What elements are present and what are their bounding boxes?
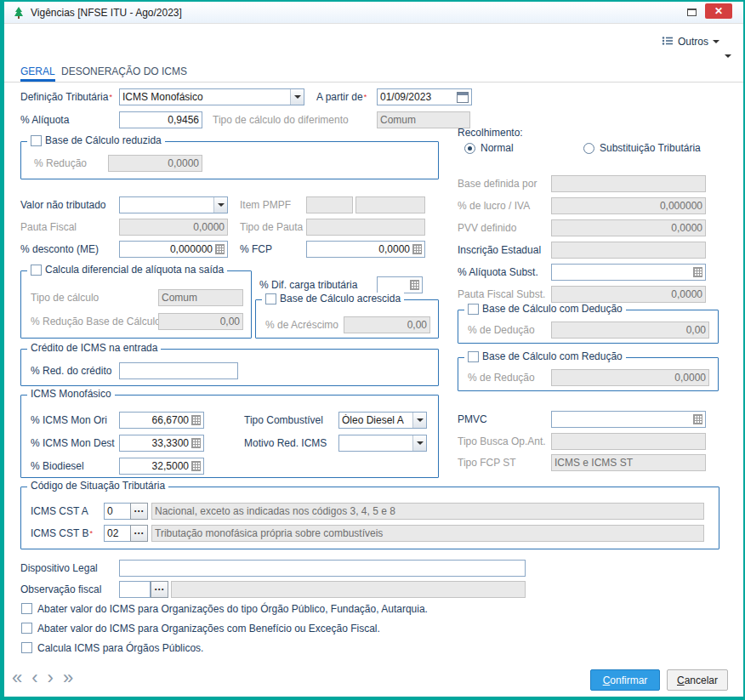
tab-geral[interactable]: GERAL [20, 64, 55, 82]
dif-carga-tributaria-input[interactable] [377, 276, 423, 293]
a-partir-de-date-input[interactable]: 01/09/2023 [377, 88, 472, 105]
observacao-fiscal-text [171, 581, 526, 598]
valor-nao-tributado-select[interactable] [119, 196, 228, 213]
radio-icon[interactable] [583, 143, 594, 154]
icms-mon-ori-input[interactable]: 66,6700 [119, 412, 204, 429]
dropdown-button[interactable] [412, 413, 426, 428]
dropdown-button[interactable] [290, 89, 304, 105]
tab-desoneracao-icms[interactable]: DESONERAÇÃO DO ICMS [61, 64, 187, 82]
observacao-fiscal-input[interactable] [119, 581, 151, 598]
icms-cst-a-input[interactable]: 0 [104, 503, 131, 520]
tipo-combustivel-label: Tipo Combustível [244, 412, 323, 429]
next-record-icon[interactable]: › [48, 667, 54, 689]
base-calculo-reduzida-checkbox[interactable] [31, 135, 42, 146]
icms-mon-dest-label: % ICMS Mon Dest [31, 435, 115, 452]
tipo-fcp-st-input: ICMS e ICMS ST [551, 454, 706, 471]
abater-beneficio-checkbox[interactable] [21, 623, 32, 634]
tipo-busca-label: Tipo Busca Op.Ant. [458, 433, 546, 450]
dropdown-button[interactable] [412, 435, 426, 451]
reducao-label: % Redução [34, 155, 87, 172]
dif-carga-tributaria-label: % Dif. carga tributária [259, 276, 357, 293]
lucro-iva-label: % de lucro / IVA [458, 197, 530, 214]
calendar-icon[interactable] [457, 92, 469, 103]
icms-cst-a-lookup-button[interactable]: ··· [130, 503, 148, 520]
cancelar-button[interactable]: Cancelar [667, 669, 728, 691]
collapse-panel-icon[interactable] [725, 54, 731, 58]
recolhimento-normal-label: Normal [481, 142, 514, 154]
icms-cst-b-input[interactable]: 02 [104, 525, 131, 542]
icms-mon-ori-label: % ICMS Mon Ori [31, 412, 107, 429]
fcp-input[interactable]: 0,0000 [306, 241, 425, 258]
base-definida-label: Base definida por [458, 175, 537, 192]
recolhimento-label: Recolhimento: [458, 124, 523, 141]
pauta-fiscal-subst-input: 0,0000 [551, 286, 706, 303]
window-border-bottom [0, 697, 745, 700]
calculator-icon[interactable] [191, 415, 201, 425]
observacao-fiscal-label: Observação fiscal [20, 581, 101, 598]
ellipsis-icon: ··· [134, 505, 145, 517]
lucro-iva-input: 0,000000 [551, 197, 706, 214]
outros-label: Outros [678, 36, 708, 48]
group-title: Código de Situação Tributária [31, 480, 165, 492]
required-marker: * [109, 93, 112, 101]
dispositivo-legal-input[interactable] [119, 560, 526, 577]
group-title: ICMS Monofásico [31, 388, 111, 401]
abater-orgao-publico-checkbox[interactable] [21, 603, 32, 614]
calculator-icon[interactable] [410, 280, 419, 290]
calculator-icon[interactable] [412, 244, 422, 254]
calculator-icon[interactable] [215, 244, 225, 254]
base-calculo-deducao-checkbox[interactable] [468, 304, 479, 315]
calcula-orgaos-publicos-label: Calcula ICMS para Órgãos Públicos. [37, 640, 203, 657]
first-record-icon[interactable]: « [12, 667, 22, 689]
required-marker: * [89, 529, 93, 538]
close-button[interactable]: ✕ [705, 3, 732, 19]
last-record-icon[interactable]: » [63, 667, 73, 689]
observacao-fiscal-lookup-button[interactable]: ··· [151, 581, 168, 598]
group-title: Base de Cálculo acrescida [280, 293, 401, 305]
recolhimento-substituicao-option[interactable]: Substituição Tributária [583, 142, 701, 154]
reducao-base-calculo-label: % Redução Base de Cálculo [31, 313, 161, 330]
fcp-label: % FCP [240, 241, 272, 258]
previous-record-icon[interactable]: ‹ [31, 667, 37, 689]
titlebar: Vigências [NFSE ITU - Ago/2023] [4, 2, 743, 24]
ellipsis-icon: ··· [134, 527, 145, 539]
abater-orgao-publico-label: Abater valor do ICMS para Organizações d… [37, 600, 428, 617]
pmvc-label: PMVC [458, 411, 487, 428]
recolhimento-normal-option[interactable]: Normal [464, 142, 514, 154]
tipo-de-pauta-label: Tipo de Pauta [240, 219, 303, 236]
aliquota-input[interactable]: 0,9456 [119, 111, 202, 128]
group-title: Base de Cálculo com Redução [482, 350, 623, 363]
calcula-orgaos-publicos-checkbox[interactable] [21, 642, 32, 653]
tipo-combustivel-select[interactable]: Óleo Diesel A [338, 412, 427, 429]
tabs-separator [4, 82, 743, 83]
radio-selected-icon[interactable] [464, 143, 475, 154]
diferencial-aliquota-checkbox[interactable] [31, 265, 42, 276]
base-calculo-reducao-checkbox[interactable] [468, 351, 479, 362]
aliquota-subst-input[interactable] [551, 264, 706, 281]
outros-button[interactable]: Outros [662, 33, 719, 50]
chevron-down-icon [417, 418, 424, 422]
recolhimento-substituicao-label: Substituição Tributária [600, 142, 701, 154]
calculator-icon[interactable] [693, 267, 702, 277]
calculator-icon[interactable] [191, 461, 201, 471]
desconto-me-input[interactable]: 0,000000 [119, 241, 228, 258]
confirmar-button[interactable]: Confirmar [590, 669, 660, 691]
icms-mon-dest-input[interactable]: 33,3300 [119, 435, 204, 452]
pauta-fiscal-subst-label: Pauta Fiscal Subst. [458, 286, 545, 303]
pmvc-input[interactable] [551, 411, 706, 428]
maximize-icon[interactable] [687, 9, 697, 16]
chevron-down-icon [218, 203, 225, 207]
base-calculo-acrescida-checkbox[interactable] [265, 293, 276, 304]
red-credito-input[interactable] [119, 362, 238, 379]
reducao2-label: % de Redução [468, 369, 535, 386]
aliquota-label: % Alíquota [20, 111, 69, 128]
calculator-icon[interactable] [191, 438, 201, 448]
tipo-de-pauta-input [306, 219, 425, 236]
definicao-tributaria-label: Definição Tributária* [20, 88, 112, 105]
icms-cst-b-lookup-button[interactable]: ··· [130, 525, 148, 542]
motivo-red-icms-select[interactable] [338, 435, 427, 452]
calculator-icon[interactable] [693, 414, 702, 424]
dropdown-button[interactable] [213, 197, 227, 213]
biodiesel-input[interactable]: 32,5000 [119, 458, 204, 475]
definicao-tributaria-select[interactable]: ICMS Monofásico [119, 88, 304, 105]
